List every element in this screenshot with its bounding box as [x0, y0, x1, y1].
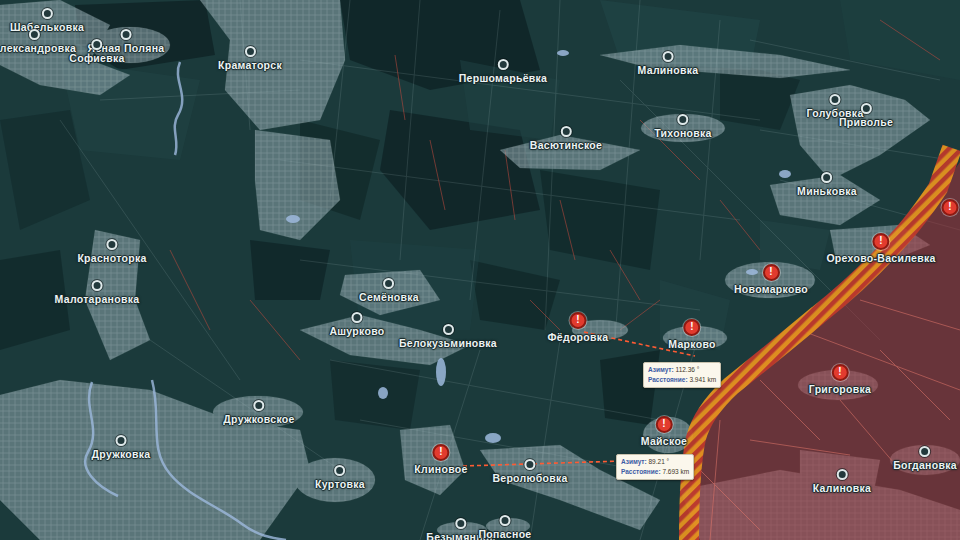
- town-label: Приволье: [839, 116, 893, 128]
- town-label: Попасное: [479, 528, 532, 540]
- town-marker[interactable]: Александровка: [0, 29, 76, 54]
- town-dot-icon[interactable]: [836, 469, 847, 480]
- town-marker[interactable]: Софиевка: [69, 39, 124, 64]
- town-label: Александровка: [0, 42, 76, 54]
- town-dot-icon[interactable]: [245, 46, 256, 57]
- town-marker[interactable]: Тихоновка: [654, 114, 711, 139]
- town-label: Семёновка: [359, 291, 419, 303]
- town-marker[interactable]: Малотарановка: [55, 280, 140, 305]
- town-label: Дружковка: [92, 448, 151, 460]
- town-dot-icon[interactable]: [443, 324, 454, 335]
- town-label: Краматорск: [218, 59, 282, 71]
- town-marker[interactable]: Першомарьёвка: [459, 59, 547, 84]
- town-dot-icon[interactable]: [254, 400, 265, 411]
- alert-town-marker[interactable]: !Майское: [641, 416, 687, 447]
- town-dot-icon[interactable]: [352, 312, 363, 323]
- town-dot-icon[interactable]: [861, 103, 872, 114]
- alert-town-marker[interactable]: !Марково: [668, 319, 716, 350]
- town-dot-icon[interactable]: [499, 515, 510, 526]
- town-dot-icon[interactable]: [115, 435, 126, 446]
- town-dot-icon[interactable]: [456, 518, 467, 529]
- warning-icon[interactable]: !: [831, 364, 848, 381]
- town-label: Клиновое: [414, 463, 467, 475]
- town-label: Фёдоровка: [548, 331, 609, 343]
- town-label: Ашурково: [329, 325, 384, 337]
- warning-icon[interactable]: !: [432, 444, 449, 461]
- town-label: Калиновка: [813, 482, 872, 494]
- town-label: Васютинское: [530, 139, 602, 151]
- warning-icon[interactable]: !: [873, 233, 890, 250]
- town-label: Малотарановка: [55, 293, 140, 305]
- alert-town-marker[interactable]: !Орехово-Василевка: [826, 233, 935, 264]
- town-marker[interactable]: Куртовка: [315, 465, 365, 490]
- town-marker[interactable]: Приволье: [839, 103, 893, 128]
- town-dot-icon[interactable]: [92, 39, 103, 50]
- town-dot-icon[interactable]: [92, 280, 103, 291]
- town-label: Софиевка: [69, 52, 124, 64]
- town-marker[interactable]: Дружковское: [223, 400, 294, 425]
- town-label: Миньковка: [797, 185, 857, 197]
- alert-town-marker[interactable]: !Фёдоровка: [548, 312, 609, 343]
- town-dot-icon[interactable]: [560, 126, 571, 137]
- town-marker[interactable]: Белокузьминовка: [399, 324, 497, 349]
- town-marker[interactable]: Васютинское: [530, 126, 602, 151]
- town-marker[interactable]: Калиновка: [813, 469, 872, 494]
- town-marker[interactable]: Богдановка: [893, 446, 957, 471]
- town-dot-icon[interactable]: [41, 8, 52, 19]
- town-label: Малиновка: [638, 64, 699, 76]
- town-label: Богдановка: [893, 459, 957, 471]
- town-label: Орехово-Василевка: [826, 252, 935, 264]
- town-marker[interactable]: Миньковка: [797, 172, 857, 197]
- warning-icon[interactable]: !: [570, 312, 587, 329]
- town-marker[interactable]: Малиновка: [638, 51, 699, 76]
- town-label: Тихоновка: [654, 127, 711, 139]
- town-dot-icon[interactable]: [525, 459, 536, 470]
- warning-icon[interactable]: !: [684, 319, 701, 336]
- town-dot-icon[interactable]: [920, 446, 931, 457]
- map-canvas[interactable]: ШабельковкаАлександровкаЯсная ПолянаСофи…: [0, 0, 960, 540]
- town-dot-icon[interactable]: [822, 172, 833, 183]
- town-label: Белокузьминовка: [399, 337, 497, 349]
- town-marker[interactable]: Веролюбовка: [492, 459, 567, 484]
- warning-icon[interactable]: !: [942, 199, 959, 216]
- town-label: Новомарково: [734, 283, 808, 295]
- town-dot-icon[interactable]: [678, 114, 689, 125]
- town-marker[interactable]: Ашурково: [329, 312, 384, 337]
- town-dot-icon[interactable]: [384, 278, 395, 289]
- town-marker[interactable]: Краматорск: [218, 46, 282, 71]
- town-marker[interactable]: Попасное: [479, 515, 532, 540]
- town-dot-icon[interactable]: [498, 59, 509, 70]
- alert-town-marker[interactable]: !Григоровка: [809, 364, 871, 395]
- town-dot-icon[interactable]: [662, 51, 673, 62]
- town-marker[interactable]: Семёновка: [359, 278, 419, 303]
- warning-icon[interactable]: !: [655, 416, 672, 433]
- town-label: Першомарьёвка: [459, 72, 547, 84]
- town-label: Дружковское: [223, 413, 294, 425]
- alert-town-marker[interactable]: !Новомарково: [734, 264, 808, 295]
- town-label: Красноторка: [77, 252, 146, 264]
- alert-town-marker[interactable]: !: [942, 199, 959, 218]
- town-dot-icon[interactable]: [28, 29, 39, 40]
- town-label: Григоровка: [809, 383, 871, 395]
- town-marker[interactable]: Дружковка: [92, 435, 151, 460]
- alert-town-marker[interactable]: !Клиновое: [414, 444, 467, 475]
- town-label: Куртовка: [315, 478, 365, 490]
- town-marker[interactable]: Красноторка: [77, 239, 146, 264]
- town-dot-icon[interactable]: [334, 465, 345, 476]
- town-label: Майское: [641, 435, 687, 447]
- town-dot-icon[interactable]: [106, 239, 117, 250]
- town-label: Веролюбовка: [492, 472, 567, 484]
- town-label: Марково: [668, 338, 716, 350]
- warning-icon[interactable]: !: [762, 264, 779, 281]
